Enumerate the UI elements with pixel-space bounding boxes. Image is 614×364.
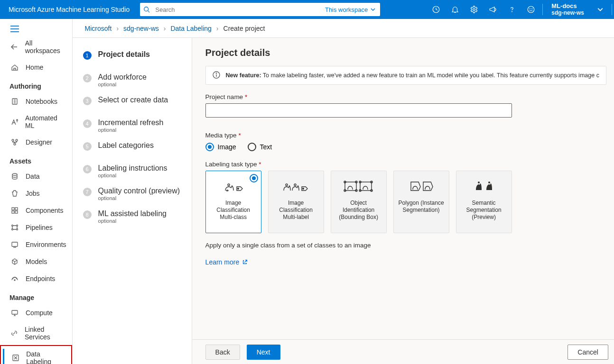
- sidebar-item-data[interactable]: Data: [0, 168, 72, 185]
- sidebar-item-notebooks[interactable]: Notebooks: [0, 93, 72, 110]
- svg-rect-23: [15, 211, 18, 213]
- svg-rect-22: [12, 211, 14, 213]
- svg-point-39: [226, 190, 228, 191]
- labeling-icon: [11, 354, 19, 362]
- new-feature-banner: New feature: To make labeling faster, we…: [205, 66, 606, 85]
- learn-more-link[interactable]: Learn more: [205, 258, 248, 266]
- back-button[interactable]: Back: [205, 345, 240, 360]
- components-icon: [10, 206, 19, 215]
- svg-point-41: [286, 184, 288, 186]
- all-workspaces-link[interactable]: All workspaces: [0, 35, 72, 59]
- task-card-label: Object Identification (Bounding Box): [335, 200, 382, 221]
- gear-icon[interactable]: [465, 0, 484, 19]
- clock-icon[interactable]: [427, 0, 446, 19]
- sidebar-item-designer[interactable]: Designer: [0, 134, 72, 151]
- svg-point-18: [14, 143, 16, 145]
- wizard-step-5[interactable]: 5Label categories: [83, 139, 185, 153]
- sidebar-item-label: Components: [26, 207, 63, 214]
- banner-strong: New feature:: [226, 72, 261, 79]
- wizard-step-title: Labeling instructions: [98, 164, 167, 173]
- sidebar-item-environments[interactable]: Environments: [0, 236, 72, 253]
- semantic-icon: [472, 178, 496, 195]
- sidebar-item-endpoints[interactable]: Endpoints: [0, 270, 72, 287]
- svg-point-16: [12, 139, 14, 141]
- search-input[interactable]: [153, 6, 320, 13]
- account-workspace: sdg-new-ws: [551, 10, 584, 17]
- multiclass-icon: [223, 178, 244, 195]
- svg-point-3: [473, 9, 475, 11]
- svg-point-24: [12, 225, 13, 227]
- task-card-bounding-box[interactable]: Object Identification (Bounding Box): [331, 171, 387, 233]
- sidebar-item-label: Designer: [26, 138, 52, 146]
- wizard-step-title: Add workforce: [98, 73, 147, 82]
- feedback-icon[interactable]: [521, 0, 540, 19]
- wizard-step-optional: optional: [98, 127, 164, 133]
- wizard-step-8[interactable]: 8ML assisted labelingoptional: [83, 208, 185, 226]
- sidebar-item-jobs[interactable]: Jobs: [0, 185, 72, 202]
- task-card-multiclass[interactable]: Image Classification Multi-class: [205, 171, 261, 233]
- task-card-polygon[interactable]: Polygon (Instance Segmentation): [393, 171, 449, 233]
- sidebar-group-assets: Assets: [0, 151, 72, 168]
- account-chevron-icon[interactable]: [591, 0, 610, 19]
- sidebar-item-home[interactable]: Home: [0, 59, 72, 76]
- breadcrumb-link[interactable]: sdg-new-ws: [123, 25, 159, 32]
- svg-point-40: [237, 188, 238, 189]
- sidebar-item-models[interactable]: Models: [0, 253, 72, 270]
- media-type-image-radio[interactable]: Image: [205, 143, 236, 151]
- sidebar-item-data-labeling[interactable]: Data Labeling: [0, 345, 72, 364]
- task-card-label: Polygon (Instance Segmentation): [398, 200, 445, 214]
- sidebar-item-label: Notebooks: [26, 98, 57, 105]
- help-icon[interactable]: [502, 0, 521, 19]
- wizard-step-7[interactable]: 7Quality control (preview)optional: [83, 185, 185, 203]
- data-icon: [10, 172, 19, 181]
- wizard-step-optional: optional: [98, 173, 167, 178]
- designer-icon: [10, 138, 19, 146]
- wizard-step-title: ML assisted labeling: [98, 209, 167, 218]
- notebook-icon: [10, 97, 19, 106]
- sidebar-item-label: Models: [26, 258, 47, 265]
- megaphone-icon[interactable]: [484, 0, 502, 19]
- media-type-text-radio[interactable]: Text: [248, 143, 272, 151]
- svg-rect-21: [15, 208, 18, 210]
- wizard-step-title: Quality control (preview): [98, 187, 180, 195]
- sidebar-item-components[interactable]: Components: [0, 202, 72, 219]
- sidebar-item-pipelines[interactable]: Pipelines: [0, 219, 72, 236]
- breadcrumb-link[interactable]: Microsoft: [85, 25, 112, 32]
- svg-point-17: [16, 139, 18, 141]
- wizard-steps: 1Project details 2Add workforceoptional …: [73, 38, 192, 364]
- svg-rect-31: [12, 310, 18, 314]
- sidebar-item-label: Data: [26, 173, 40, 180]
- task-card-multilabel[interactable]: Image Classification Multi-label: [268, 171, 324, 233]
- svg-point-5: [528, 6, 535, 13]
- page-title: Project details: [205, 47, 606, 58]
- back-arrow-icon: [10, 43, 19, 51]
- sidebar-item-linked-services[interactable]: Linked Services: [0, 321, 72, 345]
- svg-point-25: [17, 225, 18, 227]
- wizard-step-optional: optional: [98, 218, 167, 224]
- bell-icon[interactable]: [446, 0, 465, 19]
- task-card-label: Image Classification Multi-label: [272, 200, 320, 221]
- breadcrumb-link[interactable]: Data Labeling: [170, 25, 211, 32]
- search-box[interactable]: This workspace: [140, 3, 380, 16]
- account-switcher[interactable]: ML-docs sdg-new-ws: [545, 3, 591, 17]
- banner-text: To make labeling faster, we've added a n…: [261, 72, 599, 79]
- wizard-step-3[interactable]: 3Select or create data: [83, 94, 185, 107]
- wizard-step-6[interactable]: 6Labeling instructionsoptional: [83, 162, 185, 180]
- breadcrumb-current: Create project: [223, 25, 265, 32]
- wizard-step-4[interactable]: 4Incremental refreshoptional: [83, 117, 185, 135]
- task-card-semantic[interactable]: Semantic Segmentation (Preview): [456, 171, 512, 233]
- svg-point-43: [302, 188, 303, 189]
- learn-more-label: Learn more: [205, 258, 240, 266]
- svg-line-56: [244, 260, 247, 263]
- wizard-step-1[interactable]: 1Project details: [83, 48, 185, 62]
- sidebar-item-compute[interactable]: Compute: [0, 304, 72, 321]
- project-name-input[interactable]: [205, 103, 512, 118]
- search-scope-dropdown[interactable]: This workspace: [320, 6, 380, 13]
- wizard-step-2[interactable]: 2Add workforceoptional: [83, 71, 185, 89]
- brand-label: Microsoft Azure Machine Learning Studio: [0, 6, 138, 13]
- sidebar-item-automl[interactable]: Automated ML: [0, 110, 72, 134]
- hamburger-button[interactable]: [0, 23, 72, 35]
- cancel-button[interactable]: Cancel: [567, 345, 608, 360]
- wizard-step-title: Label categories: [98, 141, 154, 150]
- next-button[interactable]: Next: [247, 345, 280, 360]
